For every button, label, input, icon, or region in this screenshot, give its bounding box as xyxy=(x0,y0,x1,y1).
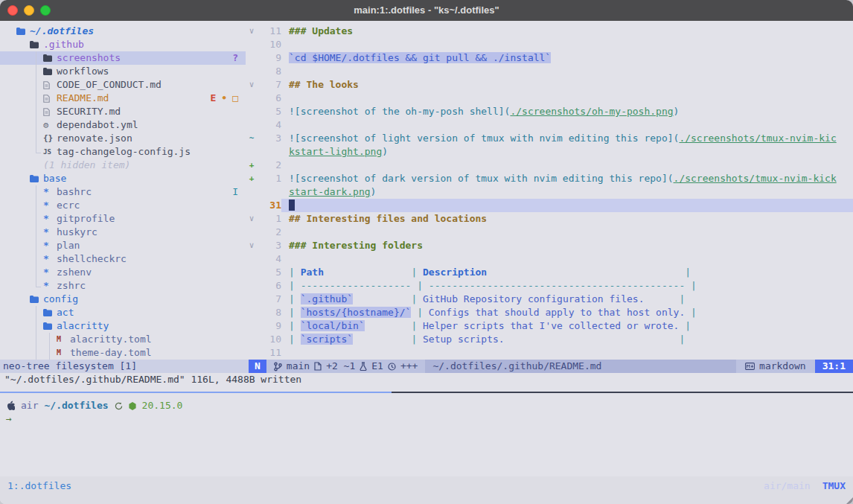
tree-item-tag-changelog-config-js[interactable]: JStag-changelog-config.js xyxy=(0,145,246,159)
editor-buffer[interactable]: ∨11### Updates109`cd $HOME/.dotfiles && … xyxy=(246,21,853,360)
tree-item--github[interactable]: .github xyxy=(0,38,246,51)
tree-item--dotfiles[interactable]: ~/.dotfiles xyxy=(0,25,246,38)
filetype-label: markdown xyxy=(759,360,806,373)
editor-line[interactable]: 9`cd $HOME/.dotfiles && git pull && ./in… xyxy=(246,51,853,65)
tree-item-plan[interactable]: *plan xyxy=(0,239,246,252)
tree-item-screenshots[interactable]: screenshots? xyxy=(0,51,246,65)
resize-grip[interactable] xyxy=(846,497,853,504)
tree-item--1-hidden-item-[interactable]: (1 hidden item) xyxy=(0,159,246,172)
prompt-char[interactable]: → xyxy=(6,412,853,426)
editor-line[interactable]: ∨7## The looks xyxy=(246,78,853,92)
indent-guide xyxy=(30,306,43,319)
shell-pane[interactable]: air ~/.dotfiles 20.15.0 → xyxy=(0,393,853,476)
neo-tree-sidebar[interactable]: ~/.dotfiles.githubscreenshots?workflowsC… xyxy=(0,21,246,360)
indent xyxy=(3,78,16,92)
editor-line[interactable]: 31 xyxy=(246,199,853,212)
editor-line[interactable]: 2 xyxy=(246,226,853,239)
indent xyxy=(16,239,30,252)
line-number: 1 xyxy=(258,172,281,185)
tree-item-alacritty[interactable]: alacritty xyxy=(0,319,246,333)
tree-item-label: .github xyxy=(43,38,84,51)
indent-guide xyxy=(30,266,43,279)
indent xyxy=(3,266,16,279)
status-badge: E xyxy=(211,92,217,105)
editor-line[interactable]: 6| ------------------- | ---------------… xyxy=(246,279,853,293)
editor-line[interactable]: 10 xyxy=(246,38,853,51)
tree-item-shellcheckrc[interactable]: *shellcheckrc xyxy=(0,252,246,266)
sign-column xyxy=(246,105,258,118)
editor-line[interactable]: 8 xyxy=(246,65,853,78)
editor-line[interactable]: 5![screenshot of the oh-my-posh shell](.… xyxy=(246,105,853,118)
line-text: start-dark.png) xyxy=(281,185,853,199)
indent xyxy=(16,319,30,333)
fold-chevron-icon[interactable]: ∨ xyxy=(246,78,258,92)
editor-line[interactable]: kstart-light.png) xyxy=(246,145,853,159)
fold-chevron-icon[interactable]: ∨ xyxy=(246,239,258,252)
syntax-pipe: | xyxy=(289,293,301,304)
editor-line[interactable]: 4 xyxy=(246,252,853,266)
editor-line[interactable]: ~3![screenshot of light version of tmux … xyxy=(246,132,853,145)
tree-item-renovate-json[interactable]: {}renovate.json xyxy=(0,132,246,145)
line-number: 5 xyxy=(258,105,281,118)
sign-column xyxy=(246,65,258,78)
indent-guide xyxy=(30,319,43,333)
tree-item-zshrc[interactable]: *zshrc xyxy=(0,279,246,293)
folder-icon xyxy=(30,41,43,48)
diagnostics-count: E1 xyxy=(371,360,383,373)
line-text: `cd $HOME/.dotfiles && git pull && ./ins… xyxy=(281,51,853,65)
tree-item-alacritty-toml[interactable]: Malacritty.toml xyxy=(0,333,246,346)
editor-line[interactable]: 8| `hosts/{hostname}/` | Configs that sh… xyxy=(246,306,853,319)
tree-item-dependabot-yml[interactable]: ⚙dependabot.yml xyxy=(0,118,246,132)
editor-line[interactable]: +1![screenshot of dark version of tmux w… xyxy=(246,172,853,185)
editor-line[interactable]: 4 xyxy=(246,118,853,132)
tree-item-theme-day-toml[interactable]: Mtheme-day.toml xyxy=(0,346,246,360)
editor-line[interactable]: 5| Path | Description | xyxy=(246,266,853,279)
indent xyxy=(16,172,30,185)
syntax-pipe: | xyxy=(289,320,301,331)
indent xyxy=(16,132,30,145)
sign-column xyxy=(246,92,258,105)
fold-chevron-icon[interactable]: ∨ xyxy=(246,25,258,38)
editor-line[interactable]: +2 xyxy=(246,159,853,172)
fold-chevron-icon[interactable]: ∨ xyxy=(246,212,258,226)
clock-icon xyxy=(388,363,396,371)
indent-guide xyxy=(30,132,43,145)
line-text: kstart-light.png) xyxy=(281,145,853,159)
line-number xyxy=(258,145,281,159)
markdown-icon xyxy=(745,363,755,370)
line-number: 3 xyxy=(258,132,281,145)
tree-item-gitprofile[interactable]: *gitprofile xyxy=(0,212,246,226)
window-title: main:1:.dotfiles - "ks~/.dotfiles" xyxy=(0,4,853,17)
tree-item-base[interactable]: base xyxy=(0,172,246,185)
tmux-window-tab[interactable]: 1:.dotfiles xyxy=(7,479,71,493)
tree-item-huskyrc[interactable]: *huskyrc xyxy=(0,226,246,239)
status-badge: • xyxy=(221,92,227,105)
tree-item-readme-md[interactable]: README.mdE•□ xyxy=(0,92,246,105)
tree-item-ecrc[interactable]: *ecrc xyxy=(0,199,246,212)
tree-item-bashrc[interactable]: *bashrcI xyxy=(0,185,246,199)
editor-line[interactable]: 9| `local/bin` | Helper scripts that I'v… xyxy=(246,319,853,333)
editor-line[interactable]: start-dark.png) xyxy=(246,185,853,199)
tree-item-workflows[interactable]: workflows xyxy=(0,65,246,78)
editor-line[interactable]: 6 xyxy=(246,92,853,105)
tree-item-security-md[interactable]: SECURITY.md xyxy=(0,105,246,118)
editor-line[interactable]: 7| `.github` | GitHub Repository configu… xyxy=(246,293,853,306)
tree-item-code-of-conduct-md[interactable]: CODE_OF_CONDUCT.md xyxy=(0,78,246,92)
tree-item-act[interactable]: act xyxy=(0,306,246,319)
line-number: 5 xyxy=(258,266,281,279)
editor-line[interactable]: 11 xyxy=(246,346,853,360)
editor-line[interactable]: 10| `scripts` | Setup scripts. | xyxy=(246,333,853,346)
editor-line[interactable]: ∨11### Updates xyxy=(246,25,853,38)
indent-guide xyxy=(30,51,43,65)
titlebar[interactable]: main:1:.dotfiles - "ks~/.dotfiles" xyxy=(0,0,853,21)
tree-item-config[interactable]: config xyxy=(0,293,246,306)
indent xyxy=(3,159,16,172)
tree-item-zshenv[interactable]: *zshenv xyxy=(0,266,246,279)
editor-line[interactable]: ∨1## Interesting files and locations xyxy=(246,212,853,226)
folder-icon xyxy=(30,175,43,182)
syntax-pipe: | xyxy=(411,307,428,318)
tree-item-label: ~/.dotfiles xyxy=(30,25,94,38)
editor-line[interactable]: ∨3### Interesting folders xyxy=(246,239,853,252)
terminal-window: main:1:.dotfiles - "ks~/.dotfiles" ~/.do… xyxy=(0,0,853,504)
git-status-badges: ? xyxy=(232,51,246,65)
